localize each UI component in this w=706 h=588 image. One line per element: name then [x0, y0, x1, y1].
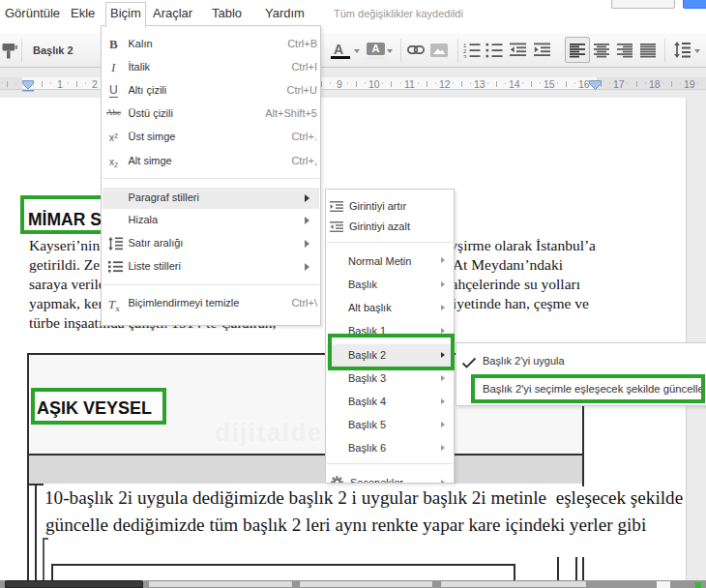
svg-text:3: 3 — [463, 54, 467, 58]
